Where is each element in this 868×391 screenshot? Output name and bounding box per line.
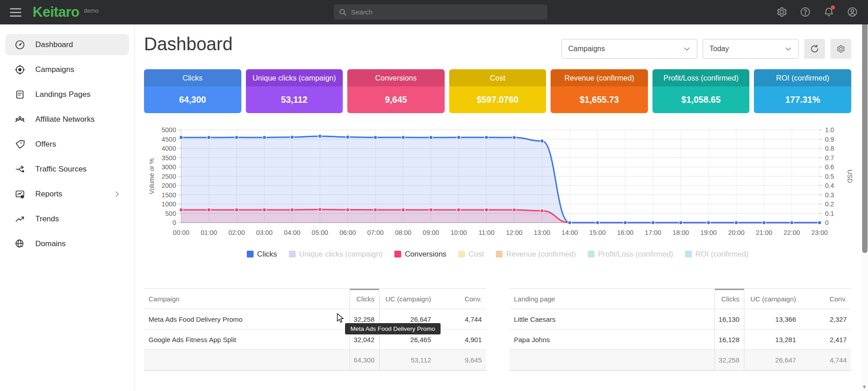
settings-button[interactable] (776, 6, 787, 18)
sidebar-item-label: Campaigns (35, 65, 74, 74)
sidebar-item-offers[interactable]: sOffers (5, 134, 129, 155)
value-cell: 4,901 (436, 329, 486, 349)
row-name-cell: Little Caesars (509, 309, 715, 329)
table-row[interactable]: Little Caesars16,13013,3662,327 (509, 309, 851, 329)
table-header-row: CampaignClicksUC (campaign)Conv. (144, 289, 486, 309)
notifications-button[interactable] (823, 6, 834, 18)
sidebar-item-trends[interactable]: Trends (5, 208, 129, 229)
search-icon (338, 8, 347, 17)
dashboard-chart: 0500100015002000250030003500400045005000… (144, 126, 860, 243)
svg-text:03:00: 03:00 (256, 229, 273, 236)
svg-text:2500: 2500 (162, 173, 176, 180)
svg-text:0.6: 0.6 (825, 163, 834, 171)
row-name-cell: Papa Johns (509, 329, 715, 349)
svg-text:08:00: 08:00 (395, 229, 411, 236)
legend-item-clicks[interactable]: Clicks (247, 250, 277, 258)
row-name-cell: Meta Ads Food Delivery Promo (144, 309, 350, 329)
svg-text:17:00: 17:00 (645, 229, 661, 236)
stat-card-profit-loss-confirmed[interactable]: Profit/Loss (confirmed)$1,058.65 (652, 69, 750, 113)
value-cell: 32,258 (715, 350, 744, 370)
svg-text:06:00: 06:00 (340, 229, 356, 236)
legend-item-unique-clicks-campaign[interactable]: Unique clicks (campaign) (289, 250, 383, 258)
date-range-select[interactable]: Today (703, 39, 799, 59)
svg-text:09:00: 09:00 (423, 229, 439, 236)
grouping-select[interactable]: Campaigns (561, 39, 697, 59)
row-name-cell (509, 350, 715, 370)
sidebar-item-label: Dashboard (35, 40, 73, 49)
sidebar-item-affiliate-networks[interactable]: Affiliate Networks (5, 109, 129, 130)
value-cell[interactable]: UC (campaign) (379, 289, 436, 309)
sidebar-item-reports[interactable]: Reports (5, 183, 129, 205)
svg-text:19:00: 19:00 (700, 229, 717, 236)
value-cell[interactable]: Clicks (350, 289, 379, 309)
table-footer-row: 64,30053,1129,645 (144, 350, 486, 370)
value-cell: 16,128 (715, 329, 744, 349)
value-cell[interactable]: Conv. (436, 289, 486, 309)
svg-text:15:00: 15:00 (589, 229, 605, 236)
sidebar-item-label: Affiliate Networks (35, 115, 95, 124)
stat-card-cost[interactable]: Cost$597.0760 (449, 69, 547, 113)
legend-label: Conversions (405, 250, 446, 258)
svg-text:0.1: 0.1 (825, 210, 834, 217)
legend-item-conversions[interactable]: Conversions (394, 250, 446, 258)
page-scrollbar (861, 24, 868, 391)
legend-label: Unique clicks (campaign) (299, 250, 383, 258)
help-button[interactable] (799, 6, 811, 18)
sidebar-item-domains[interactable]: Domains (5, 233, 129, 254)
account-button[interactable] (846, 6, 858, 18)
chevron-down-icon (682, 44, 691, 53)
value-cell[interactable]: UC (campaign) (744, 289, 801, 309)
sort-indicator (350, 289, 379, 290)
sidebar-item-landings-pages[interactable]: Landings Pages (5, 84, 129, 105)
sidebar-item-label: Offers (35, 140, 56, 149)
table-row[interactable]: Papa Johns16,12813,2812,417 (509, 329, 851, 350)
search-box[interactable] (334, 5, 547, 19)
row-name-cell: Google Ads Fitness App Split (144, 329, 350, 349)
value-cell: 2,417 (801, 329, 851, 349)
stat-card-conversions[interactable]: Conversions9,645 (347, 69, 445, 113)
scrollbar-thumb[interactable] (862, 24, 868, 253)
svg-text:USD: USD (846, 170, 854, 183)
refresh-button[interactable] (804, 39, 825, 59)
search-input[interactable] (351, 5, 547, 19)
legend-item-cost[interactable]: Cost (458, 250, 484, 258)
svg-text:0: 0 (825, 219, 829, 226)
sidebar-item-dashboard[interactable]: Dashboard (5, 34, 129, 55)
sidebar-item-campaigns[interactable]: Campaigns (5, 59, 129, 80)
value-cell[interactable]: Clicks (715, 289, 744, 309)
svg-text:18:00: 18:00 (672, 229, 689, 236)
legend-swatch (289, 251, 296, 257)
chevron-right-icon (113, 190, 122, 199)
landings-icon (14, 89, 25, 100)
sidebar-item-label: Traffic Sources (35, 165, 86, 174)
value-cell[interactable]: Conv. (801, 289, 851, 309)
stat-card-clicks[interactable]: Clicks64,300 (144, 69, 241, 113)
gear-icon (776, 6, 787, 18)
row-name-cell (144, 350, 350, 370)
svg-text:4000: 4000 (162, 145, 176, 152)
stat-card-label: Profit/Loss (confirmed) (652, 69, 750, 86)
svg-text:22:00: 22:00 (784, 229, 800, 236)
svg-text:500: 500 (165, 210, 176, 217)
legend-label: ROI (confirmed) (695, 250, 748, 258)
hamburger-menu-button[interactable] (6, 3, 24, 21)
stat-card-roi-confirmed[interactable]: ROI (confirmed)177.31% (754, 69, 851, 113)
svg-text:1.0: 1.0 (825, 126, 834, 134)
dashboard-settings-button[interactable] (830, 39, 851, 59)
row-name-cell[interactable]: Campaign (144, 289, 350, 309)
legend-item-profit-loss-confirmed[interactable]: Profit/Loss (confirmed) (588, 250, 673, 258)
legend-item-revenue-confirmed[interactable]: Revenue (confirmed) (496, 250, 576, 258)
legend-item-roi-confirmed[interactable]: ROI (confirmed) (685, 250, 748, 258)
sidebar-item-traffic-sources[interactable]: Traffic Sources (5, 158, 129, 180)
svg-text:21:00: 21:00 (756, 229, 772, 236)
scroll-down-arrow[interactable]: ▼ (862, 384, 867, 390)
value-cell: 53,112 (379, 350, 436, 370)
row-name-cell[interactable]: Landing page (509, 289, 715, 309)
legend-swatch (394, 251, 401, 257)
stat-card-unique-clicks-campaign[interactable]: Unique clicks (campaign)53,112 (246, 69, 343, 113)
svg-text:23:00: 23:00 (811, 229, 828, 236)
svg-text:12:00: 12:00 (506, 229, 523, 236)
svg-text:13:00: 13:00 (534, 229, 550, 236)
stat-card-revenue-confirmed[interactable]: Revenue (confirmed)$1,655.73 (551, 69, 648, 113)
stat-card-label: Clicks (144, 69, 241, 86)
